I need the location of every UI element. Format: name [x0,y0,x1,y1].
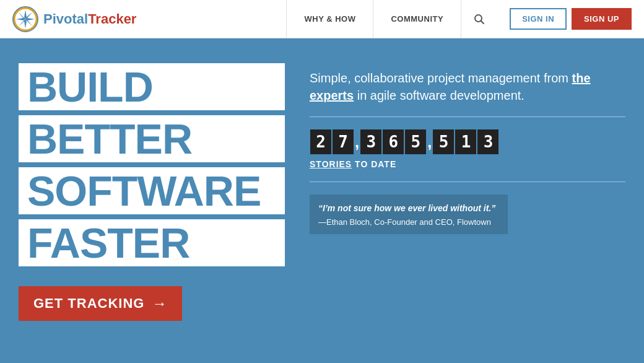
digit-5b: 5 [433,129,454,154]
digit-3: 3 [360,129,381,154]
headline-line-1: BUILD [19,63,285,110]
tagline-part1: Simple, collaborative project management… [310,71,572,85]
get-tracking-button[interactable]: GET TRACKING → [19,286,182,321]
nav-item-community[interactable]: COMMUNITY [373,0,461,38]
quote-block: “I’m not sure how we ever lived without … [310,195,508,234]
headline-better: BETTER [27,118,276,160]
digit-1: 1 [455,129,476,154]
headline-software: SOFTWARE [27,170,276,212]
digit-7: 7 [333,129,354,154]
cta-label: GET TRACKING [33,295,144,312]
hero-section: BUILD BETTER SOFTWARE FASTER GET TRACKIN… [0,38,644,363]
digit-6: 6 [383,129,404,154]
divider-1 [310,116,625,117]
quote-text: “I’m not sure how we ever lived without … [318,202,499,215]
digit-5: 5 [405,129,426,154]
digit-2: 2 [310,129,331,154]
comma-1: , [355,133,359,152]
logo-text: PivotalTracker [43,11,136,27]
nav-item-why-how[interactable]: WHY & HOW [286,0,373,38]
svg-line-11 [481,20,484,24]
tagline: Simple, collaborative project management… [310,69,625,104]
headline-block: BUILD BETTER SOFTWARE FASTER [19,63,285,266]
arrow-right-icon: → [152,295,167,312]
headline-line-2: BETTER [19,115,285,162]
divider-2 [310,182,625,182]
header: PivotalTracker WHY & HOW COMMUNITY SIGN … [0,0,644,38]
logo-icon [12,6,38,32]
hero-right: Simple, collaborative project management… [310,63,625,344]
headline-faster: FASTER [27,222,276,264]
headline-build: BUILD [27,66,276,108]
quote-attribution: —Ethan Bloch, Co-Founder and CEO, Flowto… [318,217,499,227]
digit-3b: 3 [477,129,498,154]
stories-link[interactable]: STORIES [310,159,352,169]
headline-line-4: FASTER [19,219,285,266]
logo-area: PivotalTracker [12,6,286,32]
auth-buttons: SIGN IN SIGN UP [510,8,632,30]
tagline-part2: in agile software development. [354,89,524,102]
counter-area: 2 7 , 3 6 5 , 5 1 3 [310,129,625,154]
comma-2: , [427,133,432,152]
signup-button[interactable]: SIGN UP [572,8,632,30]
stories-suffix: TO DATE [352,159,396,169]
stories-label: STORIES TO DATE [310,159,625,169]
main-nav: WHY & HOW COMMUNITY [286,0,497,38]
hero-left: BUILD BETTER SOFTWARE FASTER GET TRACKIN… [19,63,285,344]
headline-line-3: SOFTWARE [19,167,285,214]
search-icon[interactable] [461,0,497,38]
signin-button[interactable]: SIGN IN [510,8,567,30]
